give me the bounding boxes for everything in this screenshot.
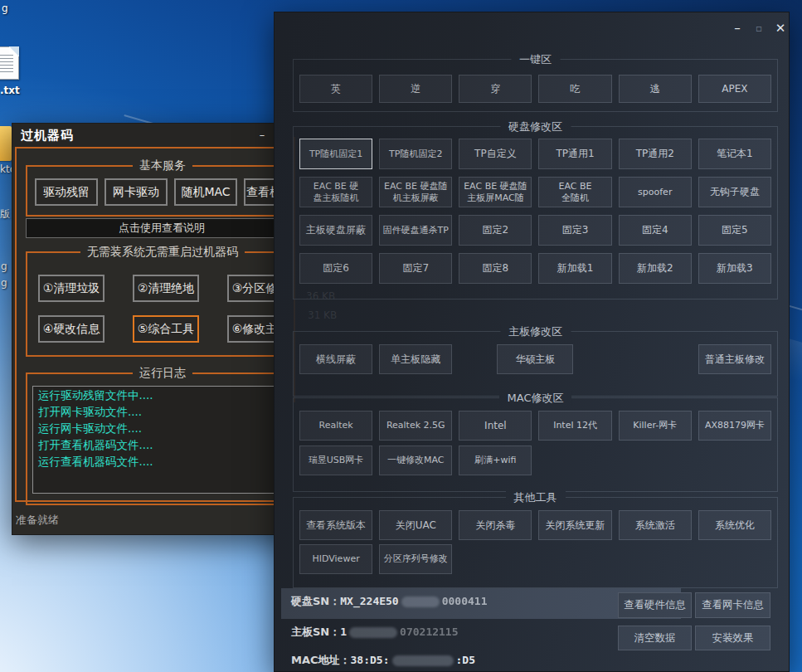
board-button-r1c2[interactable]: 单主板隐藏 — [379, 344, 452, 374]
board-sn-row: 主板SN：1070212115 — [291, 625, 459, 640]
mac-button-r2c3[interactable]: 刷满+wifi — [459, 446, 532, 475]
hdd-button-r3c3[interactable]: 固定2 — [459, 215, 532, 246]
hdd-button-r2c6[interactable]: 无钩子硬盘 — [698, 177, 771, 207]
hdd-button-r3c4[interactable]: 固定3 — [538, 215, 611, 246]
board-button-r1c3[interactable]: 华硕主板 — [497, 344, 573, 374]
hdd-button-r3c5[interactable]: 固定4 — [619, 215, 692, 246]
left-window-title: 过机器码 — [21, 128, 74, 144]
board-sn-prefix: 1 — [340, 626, 347, 638]
desktop-icon-label[interactable]: g — [2, 2, 8, 14]
run-log-box[interactable]: 运行驱动残留文件中....打开网卡驱动文件....运行网卡驱动文件....打开查… — [32, 386, 299, 494]
desktop-icon-label[interactable]: 版 — [0, 207, 10, 222]
left-titlebar[interactable]: 过机器码 – ▫ ✕ — [12, 124, 309, 147]
onekey-button-r1c5[interactable]: 逃 — [619, 75, 692, 103]
text-file-icon[interactable] — [0, 46, 19, 80]
tools-button-r2c1[interactable]: HIDViewer — [299, 544, 372, 574]
hdd-button-r1c3[interactable]: TP自定义 — [459, 139, 532, 169]
log-line: 运行网卡驱动文件.... — [33, 420, 299, 436]
usage-help-button[interactable]: 点击使用查看说明 — [26, 218, 298, 238]
desktop: g .txt kto 版 g g 过机器码 – ▫ ✕ 基本服务 驱动残留网卡驱… — [0, 0, 802, 672]
onekey-button-r1c3[interactable]: 穿 — [459, 75, 532, 103]
six-button-r2c1[interactable]: ④硬改信息 — [38, 315, 105, 343]
onekey-button-r1c2[interactable]: 逆 — [379, 75, 452, 103]
section-board-title: 主板修改区 — [500, 324, 571, 339]
onekey-button-grid: 英逆穿吃逃APEX — [299, 75, 771, 103]
right-titlebar[interactable]: – ▫ ✕ — [275, 12, 789, 46]
six-button-r1c1[interactable]: ①清理垃圾 — [38, 275, 105, 302]
hdd-button-r4c6[interactable]: 新加载3 — [698, 253, 771, 284]
status-text: 准备就绪 — [16, 513, 59, 528]
mac-button-r2c1[interactable]: 瑞昱USB网卡 — [299, 446, 372, 475]
hdd-button-r2c2[interactable]: EAC BE 硬盘随 机主板屏蔽 — [379, 177, 452, 207]
tools-button-r1c4[interactable]: 关闭系统更新 — [538, 510, 611, 540]
six-button-r2c2[interactable]: ⑤综合工具 — [133, 315, 199, 343]
view-nic-info-button[interactable]: 查看网卡信息 — [695, 592, 770, 618]
hdd-button-r3c1[interactable]: 主板硬盘屏蔽 — [299, 215, 372, 246]
log-line: 运行驱动残留文件中.... — [33, 387, 299, 403]
mac-button-r1c3[interactable]: Intel — [459, 411, 532, 441]
mac-button-r2c2[interactable]: 一键修改MAC — [379, 446, 452, 475]
log-line: 打开查看机器码文件.... — [33, 436, 299, 453]
tools-button-r1c6[interactable]: 系统优化 — [698, 510, 771, 540]
mac-button-r1c5[interactable]: Killer-网卡 — [619, 411, 692, 441]
basic-button-r1c3[interactable]: 随机MAC — [174, 178, 237, 206]
mac-address-row: MAC地址：38:D5::D5 — [291, 653, 475, 668]
close-icon[interactable]: ✕ — [770, 19, 790, 37]
disk-sn-row: 硬盘SN：MX_224E500000411 — [291, 594, 488, 609]
hdd-button-r2c4[interactable]: EAC BE 全随机 — [538, 177, 611, 207]
onekey-button-r1c1[interactable]: 英 — [299, 75, 372, 103]
view-hardware-info-button[interactable]: 查看硬件信息 — [618, 592, 692, 618]
ghost-text: 31 KB — [308, 309, 337, 321]
minimize-icon[interactable]: – — [253, 127, 271, 144]
tools-button-r1c2[interactable]: 关闭UAC — [379, 510, 452, 540]
board-button-r1c4[interactable]: 普通主板修改 — [698, 344, 771, 374]
hdd-button-r1c2[interactable]: TP随机固定2 — [379, 139, 452, 169]
clear-data-button[interactable]: 清空数据 — [618, 626, 692, 650]
section-mac-modify: MAC修改区 RealtekRealtek 2.5GIntelIntel 12代… — [293, 397, 778, 492]
hdd-button-r3c2[interactable]: 固件硬盘通杀TP — [379, 215, 452, 246]
hdd-button-r1c5[interactable]: TP通用2 — [619, 139, 692, 169]
redaction-smudge — [392, 655, 454, 666]
section-hdd-modify: 硬盘修改区 TP随机固定1TP随机固定2TP自定义TP通用1TP通用2笔记本1E… — [293, 126, 778, 299]
maximize-icon[interactable]: ▫ — [749, 19, 769, 37]
tools-button-r2c2[interactable]: 分区序列号修改 — [379, 544, 452, 574]
onekey-button-r1c6[interactable]: APEX — [698, 75, 771, 103]
hdd-button-r1c6[interactable]: 笔记本1 — [698, 139, 771, 169]
hdd-button-r2c3[interactable]: EAC BE 硬盘随 主板屏MAC随 — [459, 177, 532, 207]
redaction-smudge — [349, 627, 397, 638]
group-basic-services: 基本服务 驱动残留网卡驱动随机MAC查看机器码 — [26, 165, 299, 217]
hdd-button-r4c3[interactable]: 固定8 — [459, 253, 532, 284]
disk-sn-suffix: 0000411 — [442, 595, 488, 607]
basic-button-r1c2[interactable]: 网卡驱动 — [105, 178, 168, 206]
onekey-button-r1c4[interactable]: 吃 — [538, 75, 611, 103]
hdd-button-r2c5[interactable]: spoofer — [619, 177, 692, 207]
mac-button-r1c1[interactable]: Realtek — [299, 411, 372, 441]
mac-button-r1c4[interactable]: Intel 12代 — [538, 411, 611, 441]
minimize-icon[interactable]: – — [727, 19, 747, 37]
section-hdd-title: 硬盘修改区 — [500, 119, 571, 134]
hdd-button-r4c5[interactable]: 新加载2 — [619, 253, 692, 284]
board-button-r1c1[interactable]: 横线屏蔽 — [299, 344, 372, 374]
tools-button-r1c1[interactable]: 查看系统版本 — [299, 510, 372, 540]
mac-button-r1c6[interactable]: AX88179网卡 — [698, 411, 771, 441]
install-effect-button[interactable]: 安装效果 — [695, 626, 770, 650]
desktop-icon-label[interactable]: g — [1, 277, 7, 289]
hdd-button-r1c4[interactable]: TP通用1 — [538, 139, 611, 169]
basic-button-r1c1[interactable]: 驱动残留 — [35, 178, 98, 206]
hdd-button-r4c1[interactable]: 固定6 — [299, 253, 372, 284]
section-onekey: 一键区 英逆穿吃逃APEX — [293, 59, 778, 112]
log-line: 运行查看机器码文件.... — [33, 453, 299, 470]
tools-button-r1c3[interactable]: 关闭杀毒 — [459, 510, 532, 540]
hdd-button-r4c4[interactable]: 新加载1 — [538, 253, 611, 284]
hdd-button-r4c2[interactable]: 固定7 — [379, 253, 452, 284]
folder-icon[interactable] — [0, 126, 12, 161]
desktop-icon-label[interactable]: g — [1, 261, 7, 272]
six-button-r1c2[interactable]: ②清理绝地 — [133, 275, 199, 302]
tools-button-r1c5[interactable]: 系统激活 — [619, 510, 692, 540]
hdd-button-r1c1[interactable]: TP随机固定1 — [299, 139, 372, 169]
board-sn-suffix: 070212115 — [400, 626, 458, 638]
hdd-button-r3c6[interactable]: 固定5 — [698, 215, 771, 246]
hdd-button-r2c1[interactable]: EAC BE 硬 盘主板随机 — [299, 177, 372, 207]
mac-button-r1c2[interactable]: Realtek 2.5G — [379, 411, 452, 441]
desktop-icon-label[interactable]: .txt — [0, 85, 20, 96]
